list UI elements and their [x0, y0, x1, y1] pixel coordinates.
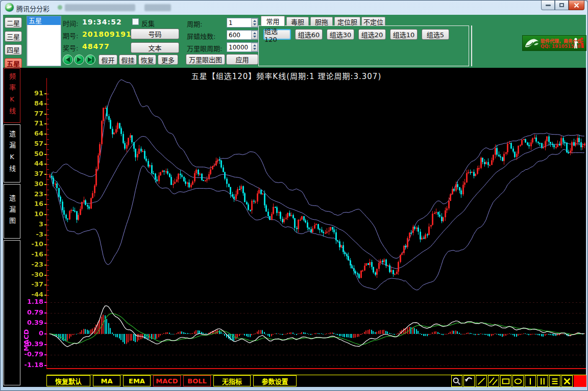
prev-button[interactable] — [63, 55, 73, 65]
group-select-button-30[interactable]: 组选30 — [327, 29, 354, 40]
maximize-icon — [559, 3, 564, 7]
leaf-logo-icon — [524, 37, 540, 51]
control-panel: 二星三星四星五星 五星 时间: 19:34:52 期号: 20180919117… — [3, 15, 586, 68]
tab-frequency-kline[interactable]: 频率K线 — [4, 68, 20, 123]
maximize-button[interactable] — [555, 1, 569, 10]
app-logo-icon — [5, 3, 14, 12]
group-select-button-20[interactable]: 组选20 — [358, 29, 386, 40]
next-icon — [88, 57, 92, 62]
spin-up-icon — [253, 44, 256, 46]
period-spinner[interactable] — [251, 18, 258, 27]
horizontal-lines-icon[interactable] — [549, 375, 560, 387]
titlebar: 腾讯分分彩 — [1, 1, 588, 15]
category-tab-2[interactable]: 胆拖 — [310, 17, 333, 25]
category-tab-1[interactable]: 毒胆 — [286, 17, 309, 25]
apply-button[interactable]: 应用 — [226, 54, 258, 65]
kline-chart-canvas[interactable] — [21, 68, 586, 374]
wanliyan-spinner[interactable] — [251, 43, 258, 51]
chart-area: 频率K线遗漏K线遗漏图 五星【组选120】频率K线(周期:1 理论周期:3.30… — [3, 68, 586, 387]
close-icon — [574, 3, 579, 8]
issue-label: 期号: — [63, 31, 78, 40]
handshake-figures-icon — [572, 36, 585, 50]
wanliyan-label: 万里眼周期: — [187, 43, 222, 53]
indicator-button-MA[interactable]: MA — [93, 375, 120, 386]
indicator-button-无指标[interactable]: 无指标 — [213, 375, 251, 386]
anti-set-label: 反集 — [141, 18, 155, 28]
play-icon — [77, 57, 81, 62]
next-button[interactable] — [85, 55, 95, 65]
minimize-button[interactable] — [541, 1, 555, 10]
color-swatch-red[interactable] — [574, 375, 586, 387]
group-select-button-10[interactable]: 组选10 — [390, 29, 418, 40]
wanliyan-chart-button[interactable]: 万里眼出图 — [186, 54, 225, 65]
next-bar-icon — [92, 57, 93, 62]
group-select-button-120[interactable]: 组选120 — [263, 29, 291, 40]
text-button[interactable]: 文本 — [131, 42, 179, 53]
restore-button[interactable]: 恢复 — [138, 55, 156, 65]
spin-up-icon — [253, 32, 256, 34]
close-button[interactable] — [569, 1, 584, 10]
indicator-button-恢复默认[interactable]: 恢复默认 — [46, 375, 90, 386]
indicator-button-BOLL[interactable]: BOLL — [183, 375, 211, 386]
delete-x-icon[interactable] — [561, 375, 573, 387]
prev-icon — [66, 57, 70, 62]
time-label: 时间: — [63, 18, 78, 28]
candles-label: 屏蜡烛数: — [187, 31, 215, 41]
candles-spinner[interactable] — [251, 31, 258, 39]
spin-down-icon — [253, 36, 256, 38]
category-tab-3[interactable]: 定位胆 — [334, 17, 360, 25]
background-window-icon-blur — [58, 5, 62, 10]
prize-label: 奖号: — [63, 43, 78, 53]
category-tab-0[interactable]: 常用 — [261, 16, 285, 26]
window-title: 腾讯分分彩 — [16, 4, 50, 13]
window-controls — [541, 1, 584, 10]
star-listbox[interactable]: 五星 — [27, 16, 61, 66]
side-tab-label: 遗漏K线 — [7, 131, 17, 176]
panel-divider — [471, 25, 472, 66]
ad-banner[interactable]: 软件代理，商务合作 QQ: 1910515081 — [522, 35, 586, 51]
star-button-5[interactable]: 五星 — [5, 58, 22, 69]
rectangle-icon[interactable] — [500, 375, 511, 387]
star-button-2[interactable]: 二星 — [5, 17, 22, 28]
anti-set-checkbox[interactable] — [132, 18, 139, 25]
app-window: 腾讯分分彩 二星三星四星五星 五星 时间: 19:34:52 期号: 20180… — [0, 0, 588, 391]
client-area: 二星三星四星五星 五星 时间: 19:34:52 期号: 20180919117… — [3, 15, 586, 387]
vertical-line-icon[interactable] — [525, 375, 536, 387]
play-button[interactable] — [74, 55, 84, 65]
prize-value: 48477 — [82, 42, 110, 50]
period-label: 周期: — [187, 19, 202, 29]
star-button-4[interactable]: 四星 — [5, 44, 22, 55]
background-window-blur — [144, 4, 171, 11]
side-tab-label: 频率K线 — [7, 73, 17, 119]
listbox-selected-item[interactable]: 五星 — [27, 16, 61, 25]
parallel-lines-icon[interactable] — [488, 375, 499, 387]
spin-up-icon — [253, 20, 256, 22]
indicator-button-MACD[interactable]: MACD — [153, 375, 181, 386]
star-button-3[interactable]: 三星 — [5, 31, 22, 42]
time-value: 19:34:52 — [82, 18, 122, 26]
group-select-button-5[interactable]: 组选5 — [422, 29, 449, 40]
side-tab-label: 遗漏图 — [7, 195, 17, 228]
double-vertical-line-icon[interactable] — [537, 375, 548, 387]
undo-icon[interactable] — [463, 375, 475, 387]
tab-omission-kline[interactable]: 遗漏K线 — [4, 124, 20, 183]
group-select-button-60[interactable]: 组选60 — [295, 29, 323, 40]
more-button[interactable]: 更多 — [158, 55, 178, 65]
magnifier-icon[interactable] — [451, 375, 462, 387]
fake-open-button[interactable]: 假开 — [99, 55, 117, 65]
indicator-button-EMA[interactable]: EMA — [123, 375, 151, 386]
spin-down-icon — [253, 48, 256, 50]
fake-hang-button[interactable]: 假挂 — [119, 55, 137, 65]
tab-omission-chart[interactable]: 遗漏图 — [4, 184, 20, 239]
minimize-icon — [546, 5, 551, 6]
category-tab-4[interactable]: 不定位 — [361, 17, 385, 25]
spin-down-icon — [253, 23, 256, 25]
ellipse-icon[interactable] — [512, 375, 524, 387]
number-button[interactable]: 号码 — [131, 29, 179, 39]
indicator-button-参数设置[interactable]: 参数设置 — [253, 375, 297, 386]
background-window-blur — [65, 4, 135, 11]
tab-empty[interactable] — [4, 240, 20, 385]
trendline-icon[interactable] — [476, 375, 487, 387]
